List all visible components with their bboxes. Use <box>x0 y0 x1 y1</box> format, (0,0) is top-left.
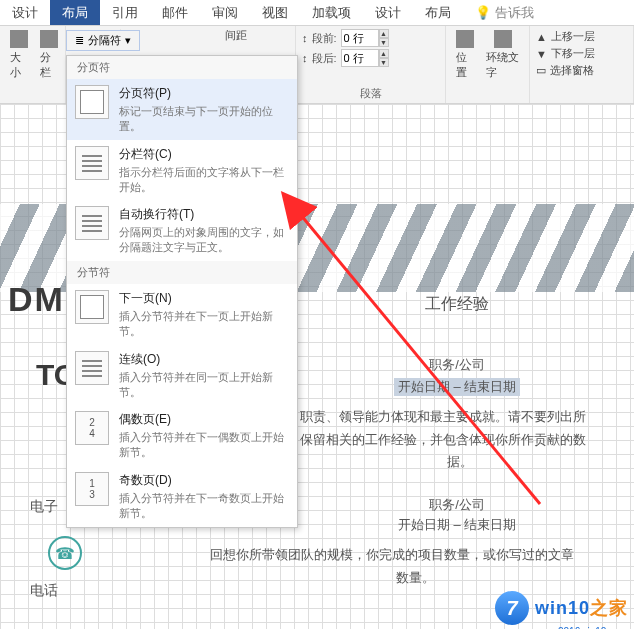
spacing-before-input[interactable]: ▲▼ <box>341 29 389 47</box>
dd-title: 自动换行符(T) <box>119 206 289 223</box>
dd-desc: 插入分节符并在下一偶数页上开始新节。 <box>119 430 289 460</box>
dd-title: 分栏符(C) <box>119 146 289 163</box>
date-range-2: 开始日期 – 结束日期 <box>300 516 614 534</box>
dd-title: 偶数页(E) <box>119 411 289 428</box>
dd-item-column-break[interactable]: 分栏符(C) 指示分栏符后面的文字将从下一栏开始。 <box>67 140 297 201</box>
doc-paragraph: 回想你所带领团队的规模，你完成的项目数量，或你写过的文章 <box>210 544 620 567</box>
watermark: 7 win10之家 www.2016win10.com <box>495 591 628 625</box>
dd-item-page-break[interactable]: 分页符(P) 标记一页结束与下一页开始的位置。 <box>67 79 297 140</box>
position-label: 位置 <box>456 50 474 80</box>
size-label: 大小 <box>10 50 28 80</box>
tab-layout[interactable]: 布局 <box>50 0 100 25</box>
send-backward-icon: ▼ <box>536 48 547 60</box>
chevron-down-icon: ▾ <box>125 34 131 47</box>
dd-item-odd-page[interactable]: 13 奇数页(D) 插入分节符并在下一奇数页上开始新节。 <box>67 466 297 527</box>
dd-item-next-page[interactable]: 下一页(N) 插入分节符并在下一页上开始新节。 <box>67 284 297 345</box>
spacing-after-input[interactable]: ▲▼ <box>341 49 389 67</box>
role-label: 职务/公司 <box>300 356 614 374</box>
wrap-button[interactable]: 环绕文字 <box>482 28 523 82</box>
page-break-icon <box>75 85 109 119</box>
date-range-highlight: 开始日期 – 结束日期 <box>394 378 520 396</box>
tellme-label: 告诉我 <box>495 5 534 20</box>
dd-title: 分页符(P) <box>119 85 289 102</box>
left-label-phone: 电话 <box>30 582 58 600</box>
spin-up[interactable]: ▲ <box>379 29 389 38</box>
arrow-up-down-icon: ↕ <box>302 32 308 44</box>
tab-review[interactable]: 审阅 <box>200 0 250 25</box>
bring-forward-button[interactable]: 上移一层 <box>551 29 595 44</box>
doc-paragraph: 职责、领导能力体现和最主要成就。请不要列出所 <box>300 406 620 429</box>
wrap-label: 环绕文字 <box>486 50 519 80</box>
dd-title: 下一页(N) <box>119 290 289 307</box>
wrap-icon <box>494 30 512 48</box>
doc-paragraph: 据。 <box>300 451 620 474</box>
doc-paragraph: 保留相关的工作经验，并包含体现你所作贡献的数 <box>300 429 620 452</box>
dd-desc: 标记一页结束与下一页开始的位置。 <box>119 104 289 134</box>
dd-title: 连续(O) <box>119 351 289 368</box>
tab-design[interactable]: 设计 <box>0 0 50 25</box>
tab-layout-2[interactable]: 布局 <box>413 0 463 25</box>
columns-button[interactable]: 分栏 <box>36 28 62 82</box>
even-page-icon: 24 <box>75 411 109 445</box>
breaks-icon: ≣ <box>75 34 84 47</box>
spin-down[interactable]: ▼ <box>379 58 389 67</box>
dd-title: 奇数页(D) <box>119 472 289 489</box>
tab-design-2[interactable]: 设计 <box>363 0 413 25</box>
dd-item-text-wrap[interactable]: 自动换行符(T) 分隔网页上的对象周围的文字，如分隔题注文字与正文。 <box>67 200 297 261</box>
breaks-dropdown-trigger[interactable]: ≣ 分隔符 ▾ <box>66 30 140 51</box>
dd-item-even-page[interactable]: 24 偶数页(E) 插入分节符并在下一偶数页上开始新节。 <box>67 405 297 466</box>
columns-label: 分栏 <box>40 50 58 80</box>
dd-desc: 插入分节符并在同一页上开始新节。 <box>119 370 289 400</box>
position-button[interactable]: 位置 <box>452 28 478 82</box>
continuous-icon <box>75 351 109 385</box>
column-break-icon <box>75 146 109 180</box>
section-heading-experience: 工作经验 <box>300 294 614 315</box>
spin-up[interactable]: ▲ <box>379 49 389 58</box>
dd-desc: 指示分栏符后面的文字将从下一栏开始。 <box>119 165 289 195</box>
role-label-2: 职务/公司 <box>300 496 614 514</box>
phone-circle-icon: ☎ <box>48 536 82 570</box>
position-icon <box>456 30 474 48</box>
dd-item-continuous[interactable]: 连续(O) 插入分节符并在同一页上开始新节。 <box>67 345 297 406</box>
watermark-logo: 7 <box>495 591 529 625</box>
watermark-text: win10之家 <box>535 596 628 620</box>
before-label: 段前: <box>312 31 337 46</box>
tab-addins[interactable]: 加载项 <box>300 0 363 25</box>
tab-reference[interactable]: 引用 <box>100 0 150 25</box>
breaks-label: 分隔符 <box>88 33 121 48</box>
tab-view[interactable]: 视图 <box>250 0 300 25</box>
text-wrap-icon <box>75 206 109 240</box>
arrow-up-down-icon: ↕ <box>302 52 308 64</box>
next-page-icon <box>75 290 109 324</box>
ribbon-tabs: 设计 布局 引用 邮件 审阅 视图 加载项 设计 布局 💡告诉我 <box>0 0 634 26</box>
tab-tellme[interactable]: 💡告诉我 <box>463 0 546 25</box>
dd-section-sectionbreaks: 分节符 <box>67 261 297 284</box>
left-label-email: 电子 <box>30 498 58 516</box>
paragraph-group-label: 段落 <box>296 86 445 101</box>
size-button[interactable]: 大小 <box>6 28 32 82</box>
bring-forward-icon: ▲ <box>536 31 547 43</box>
bulb-icon: 💡 <box>475 5 491 20</box>
selection-pane-button[interactable]: 选择窗格 <box>550 63 594 78</box>
doc-paragraph: 数量。 <box>210 567 620 590</box>
spacing-label: 间距 <box>225 28 247 43</box>
selection-pane-icon: ▭ <box>536 64 546 77</box>
after-label: 段后: <box>312 51 337 66</box>
spin-down[interactable]: ▼ <box>379 38 389 47</box>
dd-desc: 插入分节符并在下一奇数页上开始新节。 <box>119 491 289 521</box>
odd-page-icon: 13 <box>75 472 109 506</box>
watermark-brand-b: 之家 <box>590 598 628 618</box>
columns-icon <box>40 30 58 48</box>
dd-desc: 分隔网页上的对象周围的文字，如分隔题注文字与正文。 <box>119 225 289 255</box>
tab-mail[interactable]: 邮件 <box>150 0 200 25</box>
watermark-brand-a: win10 <box>535 598 590 618</box>
send-backward-button[interactable]: 下移一层 <box>551 46 595 61</box>
breaks-dropdown: 分页符 分页符(P) 标记一页结束与下一页开始的位置。 分栏符(C) 指示分栏符… <box>66 55 298 528</box>
dd-section-pagebreaks: 分页符 <box>67 56 297 79</box>
dd-desc: 插入分节符并在下一页上开始新节。 <box>119 309 289 339</box>
size-icon <box>10 30 28 48</box>
